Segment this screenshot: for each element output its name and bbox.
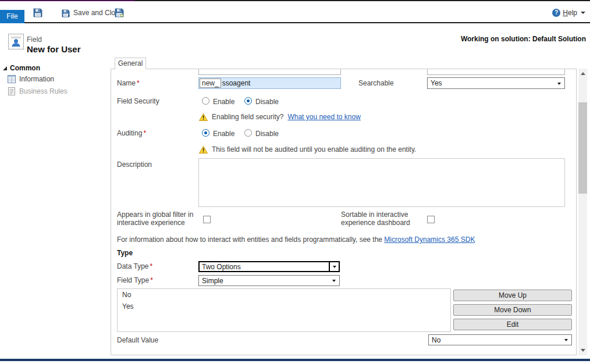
- sidebar-item-business-rules[interactable]: Business Rules: [8, 87, 67, 95]
- auditing-warning-text: This field will not be audited until you…: [212, 145, 416, 154]
- searchable-select[interactable]: Yes: [427, 77, 565, 89]
- toolbar-divider: [0, 22, 590, 23]
- global-filter-label: Appears in global filter in interactive …: [117, 210, 200, 227]
- dropdown-arrow-icon: [564, 339, 568, 341]
- searchable-label: Searchable: [358, 79, 394, 87]
- sortable-label: Sortable in interactive experience dashb…: [341, 210, 415, 227]
- data-type-label: Data Type*: [117, 262, 152, 270]
- field-security-enable-label: Enable: [213, 98, 234, 106]
- page-title: New for User: [27, 44, 81, 54]
- field-security-disable-label: Disable: [255, 98, 279, 106]
- scroll-down-icon: [581, 349, 585, 352]
- name-value: ssoagent: [221, 79, 251, 87]
- sdk-note: For information about how to interact wi…: [117, 235, 475, 244]
- partial-input-left: [198, 69, 341, 75]
- default-value-label: Default Value: [117, 336, 158, 344]
- help-icon: [552, 9, 560, 17]
- sortable-checkbox[interactable]: [427, 216, 435, 223]
- field-type-label-text: Field Type: [117, 276, 149, 284]
- warning-icon: [199, 113, 208, 121]
- global-filter-checkbox[interactable]: [203, 216, 211, 223]
- name-prefix: new_: [200, 78, 221, 88]
- sidebar-item-label: Business Rules: [19, 87, 67, 95]
- required-marker: *: [137, 79, 140, 87]
- auditing-disable-radio[interactable]: [244, 129, 252, 137]
- field-entity-icon: [8, 34, 24, 49]
- collapse-triangle-icon: [3, 66, 7, 70]
- dropdown-arrow-box: [329, 262, 339, 271]
- warning-icon: [199, 146, 208, 154]
- information-icon: [8, 75, 16, 83]
- help-label: Help: [563, 9, 577, 17]
- move-down-button[interactable]: Move Down: [453, 304, 572, 316]
- dropdown-arrow-icon: [332, 280, 336, 282]
- required-marker: *: [143, 129, 146, 137]
- dropdown-arrow-icon: [557, 83, 561, 85]
- what-you-need-to-know-link[interactable]: What you need to know: [287, 113, 360, 121]
- auditing-label: Auditing*: [117, 129, 146, 137]
- sidebar-item-information[interactable]: Information: [8, 75, 54, 83]
- auditing-enable-radio[interactable]: [202, 129, 209, 137]
- help-button[interactable]: Help: [552, 9, 585, 17]
- edit-button[interactable]: Edit: [453, 319, 572, 330]
- auditing-disable-label: Disable: [255, 130, 279, 138]
- description-label: Description: [117, 160, 152, 169]
- file-tab[interactable]: File: [0, 10, 24, 23]
- field-security-enable-radio[interactable]: [202, 97, 209, 105]
- field-type-label: Field Type*: [117, 276, 153, 284]
- command-bar: Save and Close Help: [0, 1, 590, 22]
- options-listbox[interactable]: No Yes: [117, 288, 451, 332]
- default-value-select[interactable]: No: [428, 334, 572, 345]
- scrollbar-thumb[interactable]: [578, 102, 587, 194]
- scroll-up-icon: [581, 72, 585, 75]
- scroll-down-button[interactable]: [578, 345, 587, 355]
- dynamics-field-window: Save and Close Help File Field New for U…: [0, 0, 590, 364]
- auditing-warning: This field will not be audited until you…: [199, 145, 416, 154]
- field-type-value: Simple: [202, 277, 223, 285]
- partial-input-right: [427, 69, 565, 75]
- save-and-close-icon: [62, 9, 70, 17]
- save-icon[interactable]: [33, 8, 42, 17]
- name-label: Name*: [117, 79, 140, 87]
- sidebar-item-label: Information: [19, 75, 54, 83]
- dropdown-arrow-icon: [333, 266, 336, 268]
- working-on-solution: Working on solution: Default Solution: [461, 35, 586, 43]
- sidebar-group-label: Common: [10, 64, 40, 72]
- save-and-close-button[interactable]: Save and Close: [62, 8, 123, 17]
- save-and-new-icon[interactable]: [115, 8, 124, 17]
- data-type-label-text: Data Type: [117, 262, 148, 270]
- option-item-no[interactable]: No: [118, 289, 450, 301]
- form-panel: Name* new_ ssoagent Searchable Yes Field…: [111, 69, 577, 355]
- data-type-select[interactable]: Two Options: [198, 261, 340, 272]
- required-marker: *: [150, 262, 152, 270]
- default-value-text: No: [432, 336, 440, 344]
- move-up-button[interactable]: Move Up: [453, 290, 572, 301]
- chevron-down-icon: [581, 12, 585, 14]
- dynamics-sdk-link[interactable]: Microsoft Dynamics 365 SDK: [384, 235, 475, 244]
- field-type-select[interactable]: Simple: [198, 275, 340, 286]
- business-rules-icon: [8, 87, 16, 95]
- auditing-label-text: Auditing: [117, 129, 142, 137]
- searchable-value: Yes: [431, 79, 442, 87]
- required-marker: *: [150, 276, 153, 284]
- auditing-enable-label: Enable: [213, 130, 234, 138]
- status-bar: [0, 359, 590, 361]
- vertical-scrollbar[interactable]: [578, 69, 587, 355]
- option-item-yes[interactable]: Yes: [118, 301, 450, 312]
- tab-general[interactable]: General: [115, 58, 146, 69]
- field-security-warning-text: Enabling field security?: [212, 113, 283, 121]
- type-section-heading: Type: [117, 249, 133, 257]
- field-security-disable-radio[interactable]: [244, 97, 252, 105]
- sdk-note-text: For information about how to interact wi…: [117, 235, 382, 244]
- scroll-up-button[interactable]: [578, 69, 587, 78]
- description-textarea[interactable]: [198, 158, 565, 207]
- sidebar-group-common[interactable]: Common: [3, 64, 40, 72]
- field-security-label: Field Security: [117, 97, 159, 105]
- name-input[interactable]: new_ ssoagent: [198, 77, 341, 89]
- entity-type-label: Field: [27, 35, 42, 44]
- field-security-warning: Enabling field security? What you need t…: [199, 113, 361, 121]
- name-label-text: Name: [117, 79, 136, 87]
- data-type-value: Two Options: [202, 263, 241, 271]
